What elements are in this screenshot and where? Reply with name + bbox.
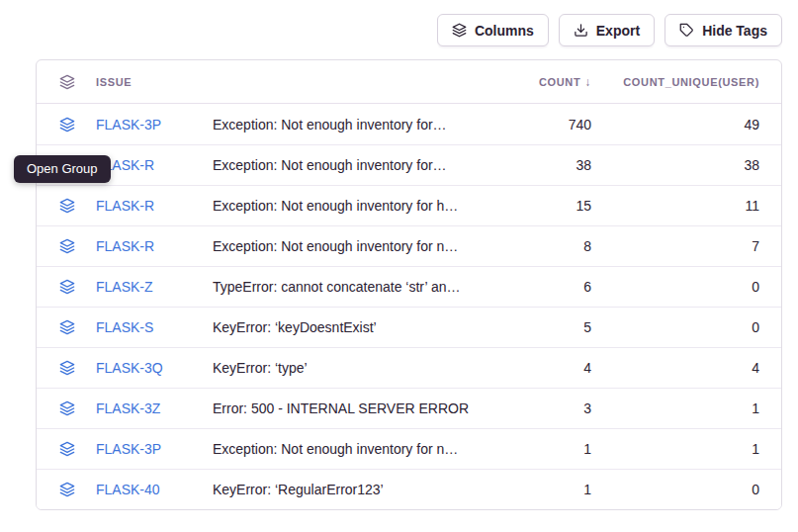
count-value: 15 bbox=[494, 198, 603, 214]
row-icon-cell bbox=[52, 198, 96, 214]
layers-icon bbox=[59, 74, 75, 90]
open-group-layers-icon[interactable] bbox=[59, 482, 75, 497]
count-value: 6 bbox=[494, 279, 603, 295]
export-button[interactable]: Export bbox=[559, 14, 655, 46]
count-value: 740 bbox=[494, 117, 603, 133]
issue-description: Exception: Not enough inventory for… bbox=[213, 117, 494, 133]
open-group-tooltip: Open Group bbox=[14, 155, 111, 183]
count-value: 8 bbox=[494, 238, 603, 254]
table-row[interactable]: FLASK-S KeyError: ‘keyDoesntExist’ 5 0 bbox=[37, 307, 781, 347]
table-body: FLASK-3P Exception: Not enough inventory… bbox=[37, 104, 781, 509]
download-icon bbox=[574, 23, 588, 38]
issue-link[interactable]: FLASK-3P bbox=[96, 117, 213, 133]
issue-link[interactable]: FLASK-40 bbox=[96, 482, 213, 497]
count-unique-value: 4 bbox=[603, 360, 781, 376]
issue-description: Exception: Not enough inventory for… bbox=[213, 157, 494, 173]
issue-link[interactable]: FLASK-3Q bbox=[96, 360, 213, 376]
count-value: 1 bbox=[494, 482, 603, 497]
table-row[interactable]: FLASK-40 KeyError: ‘RegularError123’ 1 0 bbox=[37, 469, 781, 509]
table-row[interactable]: FLASK-3P Exception: Not enough inventory… bbox=[37, 104, 781, 144]
count-value: 1 bbox=[494, 441, 603, 457]
open-group-layers-icon[interactable] bbox=[59, 360, 75, 376]
row-icon-cell bbox=[52, 279, 96, 295]
sort-descending-icon: ↓ bbox=[584, 75, 591, 89]
open-group-layers-icon[interactable] bbox=[59, 238, 75, 254]
table-row[interactable]: FLASK-3Z Error: 500 - INTERNAL SERVER ER… bbox=[37, 388, 781, 428]
open-group-layers-icon[interactable] bbox=[59, 198, 75, 214]
row-icon-cell bbox=[52, 238, 96, 254]
open-group-layers-icon[interactable] bbox=[59, 117, 75, 133]
column-header-issue[interactable]: ISSUE bbox=[96, 76, 213, 88]
count-value: 4 bbox=[494, 360, 603, 376]
hide-tags-button-label: Hide Tags bbox=[702, 23, 767, 39]
count-unique-value: 0 bbox=[603, 482, 781, 497]
table-row[interactable]: FLASK-3P Exception: Not enough inventory… bbox=[37, 428, 781, 469]
issue-description: Exception: Not enough inventory for h… bbox=[213, 198, 494, 214]
table-row[interactable]: FLASK-R Exception: Not enough inventory … bbox=[37, 185, 781, 225]
row-icon-cell bbox=[52, 400, 96, 416]
column-header-count-unique[interactable]: COUNT_UNIQUE(USER) bbox=[603, 76, 781, 88]
row-icon-cell bbox=[52, 117, 96, 133]
layers-icon bbox=[452, 23, 467, 38]
open-group-layers-icon[interactable] bbox=[59, 441, 75, 457]
issue-link[interactable]: FLASK-3P bbox=[96, 441, 213, 457]
open-group-layers-icon[interactable] bbox=[59, 279, 75, 295]
count-value: 38 bbox=[494, 157, 603, 173]
row-icon-cell bbox=[52, 441, 96, 457]
issue-link[interactable]: FLASK-Z bbox=[96, 279, 213, 295]
issue-link[interactable]: FLASK-R bbox=[96, 238, 213, 254]
tag-icon bbox=[679, 23, 694, 38]
issue-link[interactable]: FLASK-R bbox=[96, 198, 213, 214]
count-unique-value: 0 bbox=[603, 279, 781, 295]
count-unique-value: 0 bbox=[603, 319, 781, 335]
issue-description: KeyError: ‘keyDoesntExist’ bbox=[213, 319, 494, 335]
issue-link[interactable]: FLASK-S bbox=[96, 319, 213, 335]
hide-tags-button[interactable]: Hide Tags bbox=[665, 14, 782, 46]
count-unique-value: 7 bbox=[603, 238, 781, 254]
columns-button[interactable]: Columns bbox=[437, 14, 549, 46]
issue-description: Exception: Not enough inventory for n… bbox=[213, 441, 494, 457]
issue-link[interactable]: FLASK-3Z bbox=[96, 400, 213, 416]
header-icon-cell bbox=[52, 74, 96, 90]
table-row[interactable]: FLASK-R Exception: Not enough inventory … bbox=[37, 144, 781, 185]
table-row[interactable]: FLASK-3Q KeyError: ‘type’ 4 4 bbox=[37, 347, 781, 388]
row-icon-cell bbox=[52, 360, 96, 376]
issue-description: Error: 500 - INTERNAL SERVER ERROR bbox=[213, 400, 494, 416]
row-icon-cell bbox=[52, 482, 96, 497]
column-header-count[interactable]: COUNT↓ bbox=[494, 75, 603, 89]
columns-button-label: Columns bbox=[475, 23, 534, 39]
open-group-layers-icon[interactable] bbox=[59, 400, 75, 416]
row-icon-cell bbox=[52, 319, 96, 335]
count-unique-value: 1 bbox=[603, 441, 781, 457]
table-row[interactable]: FLASK-R Exception: Not enough inventory … bbox=[37, 225, 781, 266]
issue-link[interactable]: FLASK-R bbox=[96, 157, 213, 173]
count-unique-value: 49 bbox=[603, 117, 781, 133]
issues-table: ISSUE COUNT↓ COUNT_UNIQUE(USER) FLASK-3P… bbox=[36, 59, 782, 510]
count-unique-value: 38 bbox=[603, 157, 781, 173]
issue-description: Exception: Not enough inventory for n… bbox=[213, 238, 494, 254]
count-header-label: COUNT bbox=[539, 76, 580, 88]
table-row[interactable]: FLASK-Z TypeError: cannot concatenate ‘s… bbox=[37, 266, 781, 307]
open-group-layers-icon[interactable] bbox=[59, 319, 75, 335]
toolbar: Columns Export Hide Tags bbox=[437, 14, 782, 46]
issue-description: KeyError: ‘RegularError123’ bbox=[213, 482, 494, 497]
count-unique-value: 1 bbox=[603, 400, 781, 416]
issue-description: KeyError: ‘type’ bbox=[213, 360, 494, 376]
issue-description: TypeError: cannot concatenate ‘str’ an… bbox=[213, 279, 494, 295]
count-value: 3 bbox=[494, 400, 603, 416]
count-unique-value: 11 bbox=[603, 198, 781, 214]
count-value: 5 bbox=[494, 319, 603, 335]
table-header-row: ISSUE COUNT↓ COUNT_UNIQUE(USER) bbox=[37, 60, 781, 104]
export-button-label: Export bbox=[596, 23, 640, 39]
